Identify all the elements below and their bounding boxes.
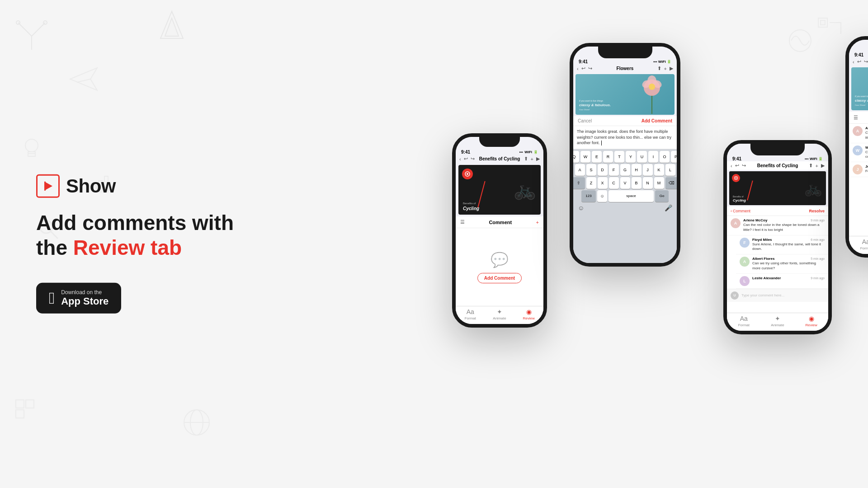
keyboard[interactable]: Q W E R T Y U I O P A S D F G H — [573, 149, 677, 263]
key-k[interactable]: K — [654, 164, 664, 176]
key-space[interactable]: space — [609, 190, 654, 202]
phone-flowers-screen: 9:41 ▪▪▪ WiFi 🔋 ‹ ↩ ↪ Flowers ⬆ + ▶ — [849, 40, 868, 254]
cursor — [601, 141, 602, 145]
status-icons-3: ▪▪▪ WiFi 🔋 — [805, 157, 823, 161]
comment-placeholder[interactable]: Type your comment here... — [741, 293, 825, 297]
plus-icon[interactable]: + — [531, 156, 533, 162]
undo-icon-3[interactable]: ↩ — [735, 163, 739, 169]
undo-icon-4[interactable]: ↩ — [857, 59, 861, 65]
share-icon-3[interactable]: ⬆ — [809, 163, 813, 169]
key-j[interactable]: J — [643, 164, 653, 176]
back-chevron: ‹ — [731, 209, 732, 213]
play-nav-icon-3[interactable]: ▶ — [821, 163, 825, 169]
resolve-button[interactable]: Resolve — [809, 209, 825, 213]
key-c[interactable]: C — [609, 177, 619, 189]
play-nav-icon[interactable]: ▶ — [536, 156, 540, 162]
red-line-mini — [747, 181, 753, 201]
play-nav-icon-2[interactable]: ▶ — [670, 66, 673, 71]
share-icon[interactable]: ⬆ — [524, 156, 528, 162]
phone-thread-status: 9:41 ▪▪▪ WiFi 🔋 — [727, 144, 828, 161]
back-to-comment[interactable]: ‹ Comment — [731, 209, 750, 213]
key-x[interactable]: X — [598, 177, 608, 189]
key-s[interactable]: S — [586, 164, 596, 176]
reply-indent: F Floyd Miles 6 min ago Sure Arlene, I t… — [727, 235, 828, 255]
phone-keyboard-status: 9:41 ▪▪▪ WiFi 🔋 — [573, 47, 677, 64]
text-input[interactable]: The image looks great. does the font hav… — [573, 126, 677, 149]
key-u[interactable]: U — [637, 151, 647, 163]
redo-icon-4[interactable]: ↪ — [864, 59, 868, 65]
add-comment-text-button[interactable]: Add Comment — [642, 118, 672, 123]
key-b[interactable]: B — [632, 177, 642, 189]
list-icon-4: ☰ — [854, 115, 858, 121]
thread-comment-4: L Leslie Alexander 9 min ago — [736, 274, 828, 289]
deco-shape-2 — [158, 9, 185, 41]
key-z[interactable]: Z — [586, 177, 596, 189]
key-y[interactable]: Y — [626, 151, 636, 163]
key-delete[interactable]: ⌫ — [665, 177, 677, 189]
redo-icon-3[interactable]: ↪ — [742, 163, 746, 169]
key-w[interactable]: W — [580, 151, 590, 163]
key-h[interactable]: H — [632, 164, 642, 176]
redo-icon-2[interactable]: ↪ — [588, 66, 592, 71]
comment-meta-f2: Wade Warren a day ago — [865, 145, 868, 150]
share-icon-2[interactable]: ⬆ — [657, 66, 661, 71]
cycling-logo — [462, 169, 473, 179]
phone-comment-thread: 9:41 ▪▪▪ WiFi 🔋 ‹ ↩ ↪ Benefits of Cyclin… — [723, 140, 832, 334]
key-e[interactable]: E — [592, 151, 602, 163]
tab-format-3[interactable]: Aa Format — [727, 315, 761, 327]
key-a[interactable]: A — [575, 164, 585, 176]
tab-format[interactable]: Aa Format — [456, 308, 485, 320]
flowers-comment-3[interactable]: J Jenny Wilson 2 days ago Found the perf… — [849, 162, 868, 177]
key-emoji[interactable]: ☺ — [597, 190, 607, 202]
animate-icon-3: ✦ — [775, 315, 780, 322]
key-q[interactable]: Q — [573, 151, 579, 163]
key-go[interactable]: Go — [655, 190, 669, 202]
key-shift[interactable]: ⇧ — [573, 177, 585, 189]
keyboard-bottom-icons: ☺ 🎤 — [574, 203, 676, 213]
deco-shape-1 — [14, 18, 50, 54]
undo-icon-2[interactable]: ↩ — [581, 66, 585, 71]
review-icon-3: ◉ — [809, 315, 814, 322]
tab-review-3[interactable]: ◉ Review — [794, 315, 828, 327]
key-n[interactable]: N — [643, 177, 653, 189]
flowers-comment-2[interactable]: W Wade Warren a day ago Can you update t… — [849, 143, 868, 163]
back-icon-3[interactable]: ‹ — [731, 163, 732, 169]
slide-text: if you want to live things classy & fabu… — [579, 99, 611, 111]
phone-main: 9:41 ▪▪▪ WiFi 🔋 ‹ ↩ ↪ Benefits of Cyclin… — [452, 133, 547, 328]
key-m[interactable]: M — [654, 177, 664, 189]
add-comment-icon[interactable]: + — [536, 220, 539, 225]
input-avatar: U — [731, 291, 739, 300]
app-store-button[interactable]:  Download on the App Store — [36, 283, 121, 314]
undo-icon[interactable]: ↩ — [464, 156, 468, 162]
key-v[interactable]: V — [620, 177, 630, 189]
plus-icon-2[interactable]: + — [664, 66, 667, 71]
mic-icon[interactable]: 🎤 — [665, 204, 672, 211]
add-comment-button[interactable]: Add Comment — [477, 273, 522, 283]
back-icon-2[interactable]: ‹ — [577, 66, 579, 71]
tab-format-4[interactable]: Aa Format — [849, 238, 868, 250]
back-icon[interactable]: ‹ — [459, 156, 461, 162]
cancel-button[interactable]: Cancel — [578, 118, 592, 123]
headline-line2-start: the — [36, 236, 73, 259]
key-g[interactable]: G — [620, 164, 630, 176]
key-f[interactable]: F — [609, 164, 619, 176]
tab-animate-3[interactable]: ✦ Animate — [761, 315, 795, 327]
redo-icon[interactable]: ↪ — [471, 156, 475, 162]
plus-icon-3[interactable]: + — [816, 163, 818, 169]
svg-rect-17 — [16, 400, 24, 408]
back-icon-4[interactable]: ‹ — [853, 59, 854, 65]
emoji-icon[interactable]: ☺ — [578, 204, 584, 211]
comment-meta-f3: Jenny Wilson 2 days ago — [865, 164, 868, 169]
key-p[interactable]: P — [671, 151, 677, 163]
key-i[interactable]: I — [648, 151, 658, 163]
key-123[interactable]: 123 — [581, 190, 596, 202]
key-d[interactable]: D — [598, 164, 608, 176]
key-t[interactable]: T — [614, 151, 624, 163]
headline-line1: Add comments with — [36, 211, 244, 235]
tab-review[interactable]: ◉ Review — [514, 308, 543, 320]
key-o[interactable]: O — [660, 151, 670, 163]
key-l[interactable]: L — [665, 164, 675, 176]
key-r[interactable]: R — [603, 151, 613, 163]
tab-animate[interactable]: ✦ Animate — [485, 308, 514, 320]
flowers-comment-1[interactable]: A Arlene McCoy 40 min ago Can the red co… — [849, 124, 868, 143]
